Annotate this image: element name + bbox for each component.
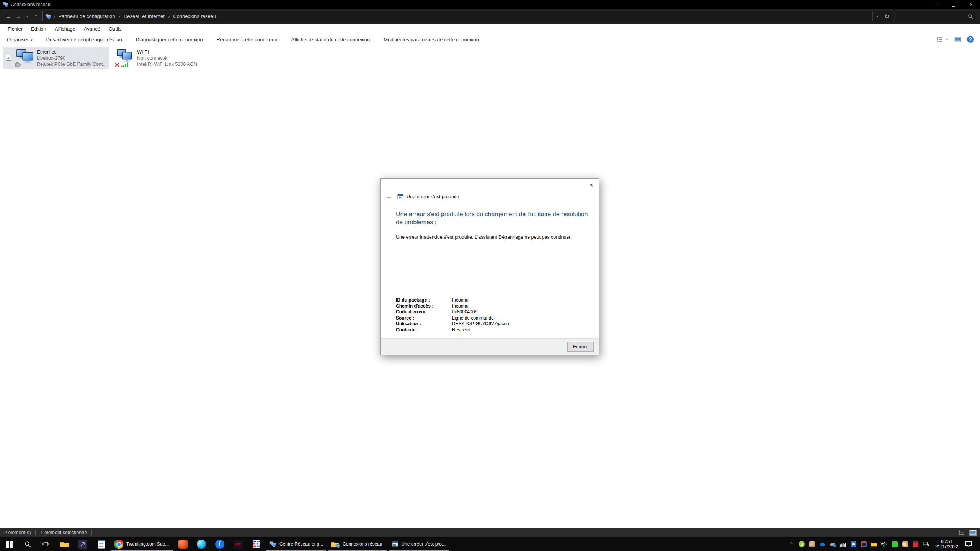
matrix-app-tray-icon[interactable] bbox=[861, 541, 867, 548]
hit-game-button[interactable]: HIT bbox=[229, 537, 247, 551]
menu-outils[interactable]: Outils bbox=[105, 26, 126, 32]
detail-value: Ligne de commande bbox=[452, 315, 494, 321]
breadcrumb-item-network-connections[interactable]: Connexions réseau bbox=[170, 13, 219, 19]
show-desktop-button[interactable] bbox=[977, 537, 979, 551]
detail-row: Chemin d'accès :Inconnu bbox=[396, 303, 509, 310]
breadcrumb[interactable]: › Panneau de configuration › Réseau et I… bbox=[42, 11, 893, 21]
menu-affichage[interactable]: Affichage bbox=[51, 26, 80, 32]
detail-value: Inconnu bbox=[452, 303, 469, 310]
detail-row: Contexte :Restreint bbox=[396, 327, 509, 333]
office-icon bbox=[178, 540, 188, 549]
folder-content-area[interactable]: ✓ Ethernet Livebox-2790 Realtek PCIe GbE… bbox=[0, 46, 980, 528]
pixel-app-button[interactable] bbox=[247, 537, 266, 551]
view-status-button[interactable]: Afficher le statut de cette connexion bbox=[291, 37, 370, 42]
connection-name: Wi-Fi bbox=[137, 49, 197, 55]
pixel-grid-icon bbox=[253, 540, 260, 548]
breadcrumb-item-control-panel[interactable]: Panneau de configuration bbox=[56, 13, 118, 19]
up-button[interactable]: ↑ bbox=[31, 13, 41, 20]
dialog-close-icon[interactable]: × bbox=[589, 181, 593, 189]
dialog-back-arrow-icon[interactable]: ← bbox=[386, 192, 393, 201]
rename-connection-button[interactable]: Renommer cette connexion bbox=[217, 37, 278, 42]
menu-fichier[interactable]: Fichier bbox=[3, 26, 27, 32]
organiser-button[interactable]: Organiser▾ bbox=[7, 37, 33, 42]
volume-tray-icon[interactable] bbox=[881, 541, 888, 548]
window-titlebar: Connexions réseau – × bbox=[0, 0, 980, 9]
details-view-toggle[interactable] bbox=[958, 530, 964, 536]
green-square-tray-icon[interactable] bbox=[892, 541, 898, 548]
onedrive-tray-icon[interactable] bbox=[819, 541, 826, 548]
levels-chart-tray-icon[interactable] bbox=[840, 541, 846, 548]
taskbar-window-error-dialog[interactable]: Une erreur s'est pro... bbox=[388, 537, 449, 551]
large-icons-view-toggle[interactable] bbox=[969, 530, 977, 536]
connection-name: Ethernet bbox=[37, 49, 107, 55]
connection-item-ethernet[interactable]: ✓ Ethernet Livebox-2790 Realtek PCIe GbE… bbox=[3, 47, 109, 69]
back-button[interactable]: ← bbox=[3, 13, 13, 20]
taskbar-window-chrome[interactable]: Tweaking.com Sup... bbox=[110, 537, 174, 551]
help-button[interactable]: ? bbox=[967, 36, 974, 43]
task-view-button[interactable] bbox=[37, 537, 55, 551]
action-center-icon[interactable] bbox=[964, 541, 973, 548]
edge-icon bbox=[197, 540, 206, 549]
car-app-tray-icon[interactable] bbox=[850, 541, 857, 548]
red-toolbox-tray-icon[interactable] bbox=[912, 541, 919, 548]
address-bar: ← → ▾ ↑ › Panneau de configuration › Rés… bbox=[0, 9, 980, 24]
minimize-button[interactable]: – bbox=[927, 0, 945, 9]
menu-edition[interactable]: Edition bbox=[27, 26, 51, 32]
swirl-app-tray-icon[interactable] bbox=[902, 541, 908, 548]
clock-date: 21/07/2022 bbox=[935, 544, 958, 549]
breadcrumb-item-network-internet[interactable]: Réseau et Internet bbox=[121, 13, 167, 19]
detail-value: DESKTOP-GU7O9V7\jacen bbox=[452, 321, 509, 327]
status-bar: 2 élément(s) 1 élément sélectionné bbox=[0, 528, 980, 537]
hidden-icons-chevron[interactable]: ⌃ bbox=[788, 541, 795, 548]
utorrent-tray-icon[interactable]: µ bbox=[799, 541, 805, 548]
detail-value: Inconnu bbox=[452, 297, 469, 303]
office-button[interactable] bbox=[174, 537, 192, 551]
forward-button[interactable]: → bbox=[13, 13, 24, 20]
refresh-button[interactable]: ↻ bbox=[882, 13, 892, 20]
diagnose-connection-button[interactable]: Diagnostiquer cette connexion bbox=[136, 37, 203, 42]
fermer-button[interactable]: Fermer bbox=[567, 342, 594, 352]
restore-icon bbox=[952, 3, 956, 7]
yellow-folder-tray-icon[interactable] bbox=[871, 541, 877, 548]
ethernet-connection-icon bbox=[14, 48, 35, 68]
edge-button[interactable] bbox=[192, 537, 211, 551]
start-button[interactable] bbox=[0, 537, 18, 551]
ethernet-checkbox[interactable]: ✓ bbox=[6, 55, 11, 61]
dialog-title: Une erreur s'est produite bbox=[407, 194, 459, 199]
hit-game-icon: HIT bbox=[234, 540, 243, 549]
address-dropdown-caret[interactable]: ▾ bbox=[872, 11, 882, 21]
disconnected-x-icon: ✕ bbox=[114, 62, 120, 68]
view-caret-icon: ▾ bbox=[946, 37, 948, 41]
taskbar-clock[interactable]: 05:51 21/07/2022 bbox=[933, 539, 960, 549]
dialog-heading: Une erreur s'est produite lors du charge… bbox=[396, 210, 593, 226]
status-divider bbox=[35, 530, 36, 535]
pinned-app-arrow-button[interactable] bbox=[74, 537, 92, 551]
windows-logo-icon bbox=[6, 541, 13, 548]
tan-app-tray-icon[interactable] bbox=[809, 541, 815, 548]
gray-cloud-tray-icon[interactable] bbox=[830, 541, 836, 548]
search-input[interactable] bbox=[896, 11, 977, 21]
taskbar-window-network-center[interactable]: Centre Réseau et p... bbox=[266, 537, 327, 551]
connection-device: Intel(R) WiFi Link 5300 AGN bbox=[137, 61, 197, 67]
ethernet-network-tray-icon[interactable] bbox=[923, 541, 929, 548]
change-settings-button[interactable]: Modifier les paramètres de cette connexi… bbox=[384, 37, 479, 42]
taskbar-search-button[interactable] bbox=[18, 537, 37, 551]
search-icon bbox=[24, 541, 31, 548]
close-button[interactable]: × bbox=[962, 0, 980, 9]
recent-pages-caret[interactable]: ▾ bbox=[24, 14, 31, 18]
taskbar-window-network-connections[interactable]: Connexions réseau bbox=[327, 537, 388, 551]
connection-item-wifi[interactable]: ✕ Wi-Fi Non connecté Intel(R) WiFi Link … bbox=[112, 47, 195, 69]
facebook-button[interactable]: f bbox=[211, 537, 229, 551]
detail-row: ID du package :Inconnu bbox=[396, 297, 509, 303]
menu-avance[interactable]: Avancé bbox=[80, 26, 105, 32]
breadcrumb-location-icon bbox=[45, 14, 51, 19]
chrome-icon bbox=[114, 540, 123, 549]
preview-pane-button[interactable] bbox=[954, 37, 961, 42]
notepad-button[interactable] bbox=[92, 537, 110, 551]
file-explorer-button[interactable] bbox=[55, 537, 74, 551]
disable-device-button[interactable]: Désactiver ce périphérique réseau bbox=[46, 37, 122, 42]
connection-device: Realtek PCIe GbE Family Cont... bbox=[37, 61, 107, 67]
restore-button[interactable] bbox=[945, 0, 962, 9]
view-selector-button[interactable]: ▾ bbox=[936, 37, 948, 42]
detail-row: Source :Ligne de commande bbox=[396, 315, 509, 321]
